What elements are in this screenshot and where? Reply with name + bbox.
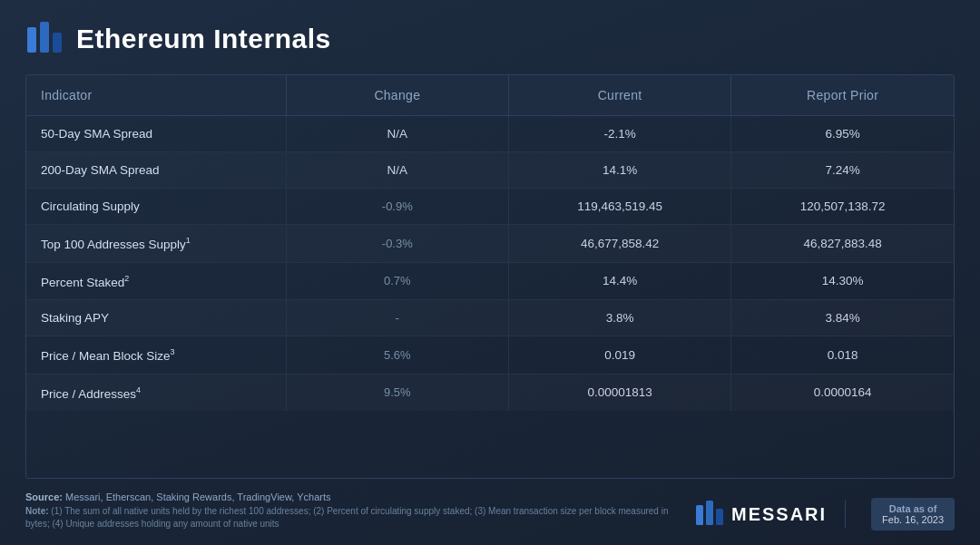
page-container: Ethereum Internals Indicator Change Curr… xyxy=(0,0,980,545)
footer-notes: Source: Messari, Etherscan, Staking Rewa… xyxy=(25,491,695,530)
messari-logo: MESSARI xyxy=(695,500,827,529)
table-header-row: Indicator Change Current Report Prior xyxy=(26,75,954,116)
cell-indicator: Percent Staked2 xyxy=(26,262,286,300)
ethereum-internals-logo-icon xyxy=(25,20,64,58)
footer: Source: Messari, Etherscan, Staking Rewa… xyxy=(25,488,955,530)
cell-current: 0.00001813 xyxy=(508,374,730,411)
table-row: Price / Mean Block Size35.6%0.0190.018 xyxy=(26,336,954,375)
table-row: Circulating Supply-0.9%119,463,519.45120… xyxy=(26,189,954,225)
cell-change: 0.7% xyxy=(286,262,508,300)
cell-change: 9.5% xyxy=(286,374,508,411)
cell-change: -0.9% xyxy=(286,189,508,225)
note-text: (1) The sum of all native units held by … xyxy=(25,506,669,529)
cell-report-prior: 14.30% xyxy=(731,262,954,300)
footer-brand: MESSARI Data as of Feb. 16, 2023 xyxy=(695,498,955,530)
cell-report-prior: 3.84% xyxy=(731,300,954,336)
cell-indicator: Staking APY xyxy=(26,300,286,336)
cell-current: 14.4% xyxy=(508,262,730,300)
footer-divider xyxy=(845,501,846,528)
cell-current: 3.8% xyxy=(508,300,730,336)
col-header-report-prior: Report Prior xyxy=(731,75,954,116)
cell-report-prior: 0.018 xyxy=(731,336,954,375)
source-label: Source: xyxy=(25,491,63,502)
data-as-of-label: Data as of xyxy=(882,503,944,514)
table-row: Top 100 Addresses Supply1-0.3%46,677,858… xyxy=(26,225,954,263)
cell-current: 14.1% xyxy=(508,152,730,189)
cell-indicator: 200-Day SMA Spread xyxy=(26,152,286,189)
cell-change: N/A xyxy=(286,116,508,152)
cell-indicator: Price / Addresses4 xyxy=(26,374,286,411)
table-row: Staking APY-3.8%3.84% xyxy=(26,300,954,336)
cell-report-prior: 6.95% xyxy=(731,116,954,152)
table-row: 200-Day SMA SpreadN/A14.1%7.24% xyxy=(26,152,954,189)
cell-report-prior: 7.24% xyxy=(731,152,954,189)
data-date: Feb. 16, 2023 xyxy=(882,514,944,525)
cell-current: 0.019 xyxy=(508,336,730,375)
messari-brand-name: MESSARI xyxy=(731,504,827,525)
footer-note: Note: (1) The sum of all native units he… xyxy=(25,505,677,530)
cell-change: 5.6% xyxy=(286,336,508,375)
cell-report-prior: 0.0000164 xyxy=(731,374,954,411)
data-date-box: Data as of Feb. 16, 2023 xyxy=(871,498,955,530)
cell-current: 46,677,858.42 xyxy=(508,225,730,263)
cell-report-prior: 120,507,138.72 xyxy=(731,189,954,225)
header: Ethereum Internals xyxy=(25,20,955,58)
data-table-wrapper: Indicator Change Current Report Prior 50… xyxy=(25,74,955,479)
note-label: Note: xyxy=(25,506,49,516)
source-text: Messari, Etherscan, Staking Rewards, Tra… xyxy=(65,491,330,502)
table-row: 50-Day SMA SpreadN/A-2.1%6.95% xyxy=(26,116,954,152)
svg-rect-2 xyxy=(53,33,62,53)
cell-indicator: 50-Day SMA Spread xyxy=(26,116,286,152)
cell-current: -2.1% xyxy=(508,116,730,152)
svg-rect-0 xyxy=(27,27,36,53)
cell-indicator: Circulating Supply xyxy=(26,189,286,225)
svg-rect-4 xyxy=(706,501,713,525)
table-row: Price / Addresses49.5%0.000018130.000016… xyxy=(26,374,954,411)
cell-change: -0.3% xyxy=(286,225,508,263)
table-row: Percent Staked20.7%14.4%14.30% xyxy=(26,262,954,300)
cell-change: - xyxy=(286,300,508,336)
cell-indicator: Price / Mean Block Size3 xyxy=(26,336,286,375)
messari-logo-icon xyxy=(695,500,724,529)
col-header-indicator: Indicator xyxy=(26,75,286,116)
data-table: Indicator Change Current Report Prior 50… xyxy=(26,75,954,411)
cell-indicator: Top 100 Addresses Supply1 xyxy=(26,225,286,263)
cell-change: N/A xyxy=(286,152,508,189)
page-title: Ethereum Internals xyxy=(76,24,331,54)
cell-current: 119,463,519.45 xyxy=(508,189,730,225)
footer-source: Source: Messari, Etherscan, Staking Rewa… xyxy=(25,491,677,502)
svg-rect-3 xyxy=(696,505,703,525)
cell-report-prior: 46,827,883.48 xyxy=(731,225,954,263)
svg-rect-5 xyxy=(716,509,723,525)
svg-rect-1 xyxy=(40,22,49,53)
col-header-change: Change xyxy=(286,75,508,116)
col-header-current: Current xyxy=(508,75,730,116)
